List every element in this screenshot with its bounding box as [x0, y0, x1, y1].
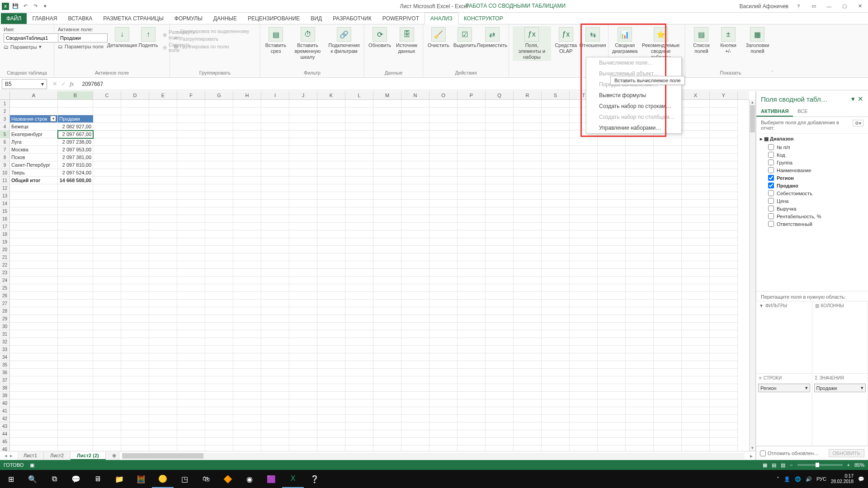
- menu-manage-sets[interactable]: Управление наборами…: [586, 122, 681, 133]
- plusminus-button[interactable]: ±Кнопки +/-: [717, 26, 740, 55]
- row-header-1[interactable]: 1: [0, 100, 10, 108]
- sheet-tab-1[interactable]: Лист1: [17, 452, 44, 460]
- row-header-33[interactable]: 33: [0, 346, 10, 353]
- task-view-icon[interactable]: ⧉: [43, 470, 65, 488]
- fx-icon[interactable]: fx: [70, 80, 74, 88]
- view-normal-icon[interactable]: ▦: [763, 462, 767, 468]
- maximize-icon[interactable]: ▢: [839, 2, 850, 11]
- col-header-P[interactable]: P: [458, 91, 486, 99]
- row-header-41[interactable]: 41: [0, 407, 10, 415]
- update-button[interactable]: ОБНОВИТЬ: [829, 449, 864, 457]
- tab-powerpivot[interactable]: POWERPIVOT: [377, 13, 425, 24]
- col-header-S[interactable]: S: [542, 91, 570, 99]
- minimize-icon[interactable]: —: [824, 2, 835, 11]
- row-header-37[interactable]: 37: [0, 376, 10, 384]
- move-button[interactable]: ⇄Переместить: [479, 26, 505, 49]
- row-header-17[interactable]: 17: [0, 223, 10, 230]
- tray-network-icon[interactable]: 🌐: [795, 476, 801, 482]
- sheet-nav-last-icon[interactable]: ▸: [10, 453, 13, 459]
- row-header-18[interactable]: 18: [0, 230, 10, 238]
- fieldpane-tab-active[interactable]: АКТИВНАЯ: [756, 107, 793, 117]
- field-Себестоимость[interactable]: Себестоимость: [759, 189, 865, 197]
- col-header-K[interactable]: K: [317, 91, 345, 99]
- pt-row-value[interactable]: 2 097 381,00: [58, 154, 93, 161]
- row-header-10[interactable]: 10: [0, 169, 10, 177]
- zone-value-item[interactable]: Продажи▾: [814, 384, 866, 392]
- name-box[interactable]: B5▾: [2, 79, 47, 89]
- field-headers-button[interactable]: ▦Заголовки полей: [743, 26, 772, 55]
- row-header-24[interactable]: 24: [0, 277, 10, 284]
- sheet-tab-2[interactable]: Лист2: [44, 452, 71, 460]
- fieldpane-close-icon[interactable]: ✕: [858, 95, 863, 103]
- row-header-12[interactable]: 12: [0, 184, 10, 192]
- hscroll-right-icon[interactable]: ▸: [747, 453, 755, 459]
- qat-customize-icon[interactable]: ▾: [42, 3, 49, 10]
- col-header-J[interactable]: J: [289, 91, 317, 99]
- field-Рентабельность, %[interactable]: Рентабельность, %: [759, 212, 865, 220]
- row-header-38[interactable]: 38: [0, 384, 10, 392]
- tab-page-layout[interactable]: РАЗМЕТКА СТРАНИЦЫ: [98, 13, 169, 24]
- row-header-34[interactable]: 34: [0, 353, 10, 361]
- row-header-43[interactable]: 43: [0, 422, 10, 430]
- pt-row-label[interactable]: Тверь: [10, 169, 58, 177]
- taskbar-app-1[interactable]: 💬: [65, 470, 87, 488]
- pt-row-header[interactable]: Названия строк▾: [10, 115, 58, 123]
- select-button[interactable]: ☑Выделить: [453, 26, 476, 49]
- pt-row-value[interactable]: 2 097 810,00: [58, 161, 93, 169]
- pt-row-label[interactable]: Псков: [10, 154, 58, 161]
- col-header-L[interactable]: L: [345, 91, 373, 99]
- row-header-36[interactable]: 36: [0, 369, 10, 376]
- pt-value-header[interactable]: Продажи: [58, 115, 93, 123]
- row-header-16[interactable]: 16: [0, 215, 10, 223]
- col-header-H[interactable]: H: [233, 91, 261, 99]
- row-header-46[interactable]: 46: [0, 446, 10, 451]
- taskbar-app-4[interactable]: 🔶: [217, 470, 239, 488]
- col-header-O[interactable]: O: [429, 91, 458, 99]
- field-Код[interactable]: Код: [759, 151, 865, 159]
- row-header-25[interactable]: 25: [0, 284, 10, 292]
- zoom-in-icon[interactable]: +: [847, 462, 850, 468]
- tab-formulas[interactable]: ФОРМУЛЫ: [169, 13, 208, 24]
- tab-data[interactable]: ДАННЫЕ: [208, 13, 242, 24]
- store-icon[interactable]: 🛍: [195, 470, 217, 488]
- undo-icon[interactable]: ↶: [22, 3, 29, 10]
- pt-total-label[interactable]: Общий итог: [10, 177, 58, 184]
- fieldpane-layout-button[interactable]: ⚙▾: [853, 120, 863, 127]
- tray-clock[interactable]: 0:17 28.02.2018: [831, 474, 854, 484]
- field-Группа[interactable]: Группа: [759, 159, 865, 166]
- file-explorer-icon[interactable]: 📁: [108, 470, 130, 488]
- menu-create-set-cols[interactable]: Создать набор по столбцам…: [586, 112, 681, 122]
- col-header-F[interactable]: F: [177, 91, 205, 99]
- tray-volume-icon[interactable]: 🔊: [806, 476, 812, 482]
- scroll-up-icon[interactable]: ▴: [750, 100, 755, 105]
- tab-view[interactable]: ВИД: [305, 13, 327, 24]
- col-header-R[interactable]: R: [514, 91, 542, 99]
- scroll-down-icon[interactable]: ▾: [750, 446, 755, 451]
- pt-options-button[interactable]: 🗂 Параметры ▾: [4, 43, 42, 50]
- zoom-slider[interactable]: [797, 464, 843, 466]
- sheet-nav-first-icon[interactable]: ◂: [5, 453, 7, 459]
- taskbar-app-5[interactable]: 🟪: [260, 470, 282, 488]
- cancel-formula-icon[interactable]: ✕: [52, 80, 57, 87]
- row-header-19[interactable]: 19: [0, 238, 10, 246]
- field-group-range[interactable]: ▸ ▦ Диапазон: [759, 135, 865, 143]
- field-Наименование[interactable]: Наименование: [759, 166, 865, 174]
- help-icon[interactable]: ?: [793, 2, 804, 11]
- drillup-button[interactable]: ↑Поднять: [137, 26, 160, 49]
- clear-button[interactable]: 🧹Очистить: [427, 26, 450, 49]
- menu-list-formulas[interactable]: Вывести формулы: [586, 90, 681, 101]
- row-header-30[interactable]: 30: [0, 323, 10, 330]
- field-Цена[interactable]: Цена: [759, 197, 865, 205]
- accept-formula-icon[interactable]: ✓: [61, 80, 66, 87]
- filter-connections-button[interactable]: 🔗Подключения к фильтрам: [328, 26, 360, 55]
- row-header-28[interactable]: 28: [0, 307, 10, 315]
- macro-record-icon[interactable]: ▣: [30, 462, 34, 468]
- row-header-4[interactable]: 4: [0, 123, 10, 131]
- row-header-13[interactable]: 13: [0, 192, 10, 200]
- vertical-scrollbar[interactable]: ▴ ▾: [749, 100, 755, 451]
- tab-file[interactable]: ФАЙЛ: [1, 13, 27, 24]
- col-header-B[interactable]: B: [58, 91, 93, 99]
- steam-icon[interactable]: ◉: [239, 470, 260, 488]
- close-icon[interactable]: ✕: [854, 2, 865, 11]
- calculator-icon[interactable]: 🧮: [130, 470, 152, 488]
